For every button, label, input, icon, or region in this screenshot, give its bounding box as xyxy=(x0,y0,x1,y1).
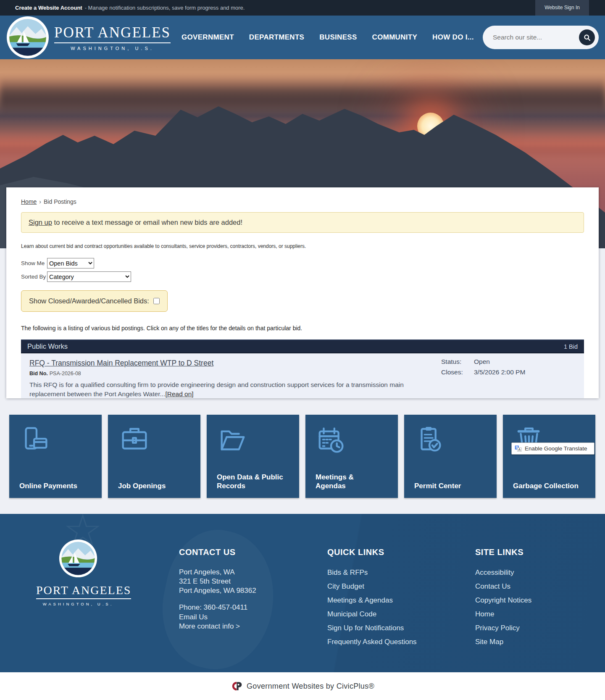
port-angeles-emblem-icon xyxy=(59,539,97,578)
show-closed-checkbox[interactable] xyxy=(153,298,160,304)
breadcrumb-current: Bid Postings xyxy=(44,198,76,205)
site-link-accessibility[interactable]: Accessibility xyxy=(475,568,531,577)
bid-filters: Show Me Open Bids Sorted By Category Sho… xyxy=(21,258,584,312)
site-links-heading: SITE LINKS xyxy=(475,547,531,557)
site-link-copyright-notices[interactable]: Copyright Notices xyxy=(475,596,531,605)
quick-link-tiles: Online Payments Job Openings Open Data &… xyxy=(9,415,595,498)
tile-label: Meetings & Agendas xyxy=(316,473,385,491)
signup-banner-text: to receive a text message or email when … xyxy=(52,218,242,226)
category-bar: Public Works 1 Bid xyxy=(21,339,584,353)
footer: ☆ PORT ANGELES WASHINGTON, U.S. CONTACT … xyxy=(0,514,605,672)
listing-note: The following is a listing of various bi… xyxy=(21,325,584,332)
quick-link-city-budget[interactable]: City Budget xyxy=(327,582,417,591)
brand-wordmark: PORT ANGELES xyxy=(54,24,171,43)
quick-link-municipal-code[interactable]: Municipal Code xyxy=(327,610,417,618)
tile-label: Online Payments xyxy=(19,482,89,491)
clipboard-check-icon xyxy=(414,425,447,458)
tile-meetings-agendas[interactable]: Meetings & Agendas xyxy=(305,415,398,498)
nav-item-how-do-i[interactable]: HOW DO I... xyxy=(432,33,474,42)
tile-permit-center[interactable]: Permit Center xyxy=(404,415,497,498)
google-translate-icon xyxy=(515,445,522,452)
email-us-link[interactable]: Email Us xyxy=(179,613,256,620)
intro-text: Learn about current bid and contract opp… xyxy=(21,243,584,249)
civicplus-bar: Government Websites by CivicPlus® xyxy=(0,672,605,700)
brand-tagline: WASHINGTON, U.S. xyxy=(71,46,154,51)
tile-online-payments[interactable]: Online Payments xyxy=(9,415,102,498)
main-navbar: PORT ANGELES WASHINGTON, U.S. GOVERNMENT… xyxy=(0,16,605,59)
site-link-site-map[interactable]: Site Map xyxy=(475,638,531,646)
bid-description: This RFQ is for a qualified consulting f… xyxy=(29,380,418,398)
category-name: Public Works xyxy=(27,342,68,350)
tile-label: Open Data & Public Records xyxy=(217,473,286,491)
site-link-privacy-policy[interactable]: Privacy Policy xyxy=(475,624,531,632)
status-value: Open xyxy=(474,358,525,366)
category-bid-count: 1 Bid xyxy=(564,343,578,350)
tile-label: Job Openings xyxy=(118,482,187,491)
read-on-bracket-close: ] xyxy=(192,390,193,397)
bid-description-text: This RFQ is for a qualified consulting f… xyxy=(29,381,404,397)
search-button[interactable] xyxy=(579,29,595,45)
open-folder-icon xyxy=(217,425,250,458)
quick-link-sign-up-notifications[interactable]: Sign Up for Notifications xyxy=(327,624,417,632)
contact-city-zip: Port Angeles, WA 98362 xyxy=(179,587,256,594)
site-link-contact-us[interactable]: Contact Us xyxy=(475,582,531,591)
sorted-by-label: Sorted By xyxy=(21,274,47,280)
nav-item-business[interactable]: BUSINESS xyxy=(319,33,357,42)
footer-logo: PORT ANGELES WASHINGTON, U.S. xyxy=(36,539,120,606)
signup-banner: Sign up to receive a text message or ema… xyxy=(21,212,584,233)
show-me-select[interactable]: Open Bids xyxy=(47,258,94,268)
bid-title-link[interactable]: RFQ - Transmission Main Replacement WTP … xyxy=(29,359,213,367)
bid-status-block: Status: Open Closes: 3/5/2026 2:00 PM xyxy=(441,358,525,376)
show-closed-box: Show Closed/Awarded/Cancelled Bids: xyxy=(21,290,168,312)
closes-value: 3/5/2026 2:00 PM xyxy=(474,368,525,376)
footer-wordmark: PORT ANGELES xyxy=(36,584,131,599)
contact-phone: Phone: 360-457-0411 xyxy=(179,604,256,611)
breadcrumb-separator: › xyxy=(39,198,41,205)
bid-number-label: Bid No. xyxy=(29,371,48,376)
quick-links-heading: QUICK LINKS xyxy=(327,547,417,557)
status-label: Status: xyxy=(441,358,474,366)
website-sign-in-button[interactable]: Website Sign In xyxy=(535,0,589,16)
signup-link[interactable]: Sign up xyxy=(29,218,52,226)
quick-link-bids-rfps[interactable]: Bids & RFPs xyxy=(327,568,417,577)
breadcrumb-home-link[interactable]: Home xyxy=(21,198,37,205)
enable-google-translate-button[interactable]: Enable Google Translate xyxy=(511,442,594,455)
footer-quick-links-section: QUICK LINKS Bids & RFPs City Budget Meet… xyxy=(327,547,417,652)
contact-us-heading: CONTACT US xyxy=(179,547,256,557)
primary-navigation: GOVERNMENT DEPARTMENTS BUSINESS COMMUNIT… xyxy=(182,33,474,42)
payment-icon xyxy=(19,425,52,458)
more-contact-info-link[interactable]: More contact info > xyxy=(179,622,256,629)
tile-garbage-collection[interactable]: Garbage Collection Enable Google Transla… xyxy=(503,415,595,498)
read-on-link[interactable]: Read on xyxy=(167,390,192,397)
enable-google-translate-label: Enable Google Translate xyxy=(525,445,587,452)
brand-text: PORT ANGELES WASHINGTON, U.S. xyxy=(54,24,171,51)
civicplus-credit-link[interactable]: Government Websites by CivicPlus® xyxy=(247,682,374,691)
search-icon xyxy=(584,34,591,41)
nav-item-departments[interactable]: DEPARTMENTS xyxy=(249,33,304,42)
closes-label: Closes: xyxy=(441,368,474,376)
footer-contact-section: CONTACT US Port Angeles, WA 321 E 5th St… xyxy=(179,547,256,632)
quick-link-faq[interactable]: Frequently Asked Questions xyxy=(327,638,417,646)
nav-item-community[interactable]: COMMUNITY xyxy=(372,33,418,42)
account-description: - Manage notification subscriptions, sav… xyxy=(85,5,245,11)
sorted-by-select[interactable]: Category xyxy=(47,271,131,282)
content-card: Home›Bid Postings Sign up to receive a t… xyxy=(6,187,599,398)
site-logo[interactable]: PORT ANGELES WASHINGTON, U.S. xyxy=(6,16,171,59)
calendar-clock-icon xyxy=(316,425,348,458)
tile-job-openings[interactable]: Job Openings xyxy=(108,415,200,498)
nav-item-government[interactable]: GOVERNMENT xyxy=(182,33,234,42)
bid-number-value: PSA-2026-08 xyxy=(50,371,81,376)
contact-street: 321 E 5th Street xyxy=(179,578,256,584)
create-account-link[interactable]: Create a Website Account xyxy=(15,5,82,11)
tile-label: Garbage Collection xyxy=(513,482,582,491)
civicplus-logo-icon xyxy=(231,681,242,691)
footer-tagline: WASHINGTON, U.S. xyxy=(36,602,120,606)
footer-site-links-section: SITE LINKS Accessibility Contact Us Copy… xyxy=(475,547,531,652)
show-closed-label: Show Closed/Awarded/Cancelled Bids: xyxy=(29,297,149,305)
site-link-home[interactable]: Home xyxy=(475,610,531,618)
port-angeles-emblem-icon xyxy=(6,16,49,59)
tile-open-data-public-records[interactable]: Open Data & Public Records xyxy=(207,415,299,498)
site-search xyxy=(483,26,599,49)
quick-link-meetings-agendas[interactable]: Meetings & Agendas xyxy=(327,596,417,605)
contact-city: Port Angeles, WA xyxy=(179,568,256,575)
